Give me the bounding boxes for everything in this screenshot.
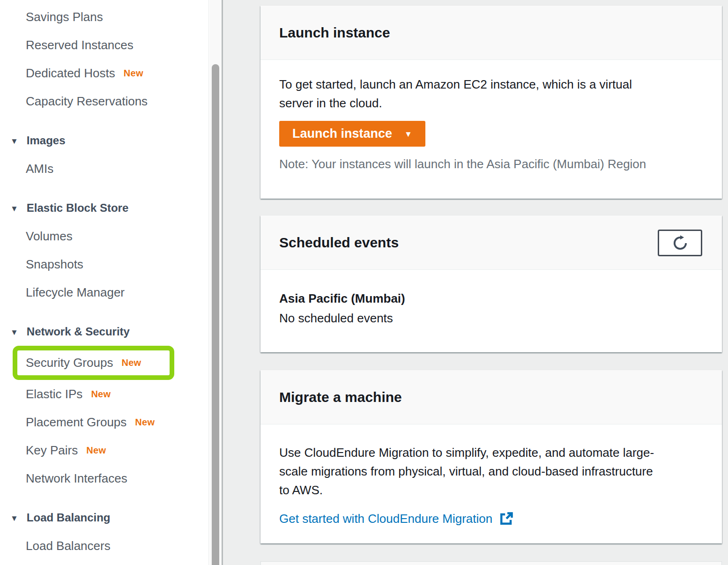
sidebar-item-label: Elastic IPs xyxy=(26,387,82,401)
sidebar-item-label: Snapshots xyxy=(26,257,83,272)
launch-instance-button-label: Launch instance xyxy=(292,126,392,141)
launch-instance-card: Launch instance To get started, launch a… xyxy=(260,6,722,199)
sidebar-item-placement-groups[interactable]: Placement Groups New xyxy=(0,408,208,436)
region-note: Note: Your instances will launch in the … xyxy=(279,157,703,171)
card-header: Scheduled events xyxy=(260,216,722,270)
sidebar-item-reserved-instances[interactable]: Reserved Instances xyxy=(0,31,208,59)
sidebar-section-network-security[interactable]: ▼ Network & Security xyxy=(0,318,208,346)
launch-instance-button[interactable]: Launch instance ▼ xyxy=(279,121,425,147)
sidebar-item-lifecycle-manager[interactable]: Lifecycle Manager xyxy=(0,278,208,306)
sidebar-item-label: Key Pairs xyxy=(26,443,78,458)
sidebar-section-images[interactable]: ▼ Images xyxy=(0,126,208,155)
sidebar-item-savings-plans[interactable]: Savings Plans xyxy=(0,3,208,31)
sidebar-item-elastic-ips[interactable]: Elastic IPs New xyxy=(0,380,208,408)
card-body: Asia Pacific (Mumbai) No scheduled event… xyxy=(260,270,722,326)
card-title: Launch instance xyxy=(279,25,390,41)
refresh-button[interactable] xyxy=(658,230,702,256)
sidebar-item-label: Load Balancers xyxy=(26,539,111,553)
sidebar-item-volumes[interactable]: Volumes xyxy=(0,222,208,250)
sidebar-item-load-balancers[interactable]: Load Balancers xyxy=(0,532,208,560)
card-body: To get started, launch an Amazon EC2 ins… xyxy=(260,60,722,171)
new-badge: New xyxy=(124,68,143,79)
caret-down-icon: ▼ xyxy=(10,205,18,213)
sidebar-item-snapshots[interactable]: Snapshots xyxy=(0,250,208,278)
region-name: Asia Pacific (Mumbai) xyxy=(279,291,703,306)
scheduled-events-status: No scheduled events xyxy=(279,311,703,326)
sidebar-item-label: Reserved Instances xyxy=(26,38,134,52)
caret-down-icon: ▼ xyxy=(10,328,18,336)
cloudendure-migration-link[interactable]: Get started with CloudEndure Migration xyxy=(279,512,513,526)
card-title: Migrate a machine xyxy=(279,389,402,405)
card-header: Launch instance xyxy=(260,6,722,60)
scheduled-events-card: Scheduled events Asia Pacific (Mumbai) N… xyxy=(260,216,722,352)
partial-card xyxy=(260,561,722,565)
sidebar-item-label: Dedicated Hosts xyxy=(26,66,115,81)
card-body: Use CloudEndure Migration to simplify, e… xyxy=(260,424,722,526)
sidebar-item-label: Volumes xyxy=(26,229,73,244)
sidebar-section-label: Elastic Block Store xyxy=(27,201,128,215)
sidebar-section-load-balancing[interactable]: ▼ Load Balancing xyxy=(0,504,208,532)
ec2-sidebar-nav: Savings Plans Reserved Instances Dedicat… xyxy=(0,0,209,565)
new-badge: New xyxy=(121,357,141,368)
sidebar-section-elastic-block-store[interactable]: ▼ Elastic Block Store xyxy=(0,194,208,222)
cloudendure-migration-link-label: Get started with CloudEndure Migration xyxy=(279,512,492,526)
launch-description: To get started, launch an Amazon EC2 ins… xyxy=(279,75,703,112)
sidebar-scrollbar-track[interactable] xyxy=(209,0,222,565)
sidebar-section-label: Load Balancing xyxy=(27,511,111,524)
sidebar-item-label: AMIs xyxy=(26,162,53,176)
caret-down-icon: ▼ xyxy=(10,514,18,522)
sidebar-item-capacity-reservations[interactable]: Capacity Reservations xyxy=(0,87,208,115)
caret-down-icon: ▼ xyxy=(404,130,412,138)
migrate-machine-card: Migrate a machine Use CloudEndure Migrat… xyxy=(260,370,722,543)
card-header: Migrate a machine xyxy=(260,370,722,424)
sidebar-item-label: Lifecycle Manager xyxy=(26,285,125,300)
sidebar-item-network-interfaces[interactable]: Network Interfaces xyxy=(0,464,208,492)
card-title: Scheduled events xyxy=(279,235,399,251)
sidebar-item-label: Placement Groups xyxy=(26,415,126,430)
sidebar-scrollbar-thumb[interactable] xyxy=(212,64,219,565)
sidebar-item-amis[interactable]: AMIs xyxy=(0,155,208,183)
sidebar-item-dedicated-hosts[interactable]: Dedicated Hosts New xyxy=(0,59,208,87)
sidebar-item-security-groups[interactable]: Security Groups New xyxy=(13,346,174,380)
new-badge: New xyxy=(135,417,155,428)
sidebar-item-label: Network Interfaces xyxy=(26,471,127,486)
sidebar-section-label: Network & Security xyxy=(27,325,130,338)
external-link-icon xyxy=(499,512,513,526)
sidebar-item-label: Capacity Reservations xyxy=(26,94,148,109)
refresh-icon xyxy=(672,235,689,252)
main-content: Launch instance To get started, launch a… xyxy=(223,0,728,565)
new-badge: New xyxy=(86,445,106,456)
migrate-description: Use CloudEndure Migration to simplify, e… xyxy=(279,443,703,499)
sidebar-section-label: Images xyxy=(27,134,66,147)
sidebar-item-label: Savings Plans xyxy=(26,10,103,24)
new-badge: New xyxy=(91,389,111,400)
sidebar-item-label: Security Groups xyxy=(26,356,113,370)
sidebar-item-key-pairs[interactable]: Key Pairs New xyxy=(0,436,208,464)
caret-down-icon: ▼ xyxy=(10,137,18,145)
